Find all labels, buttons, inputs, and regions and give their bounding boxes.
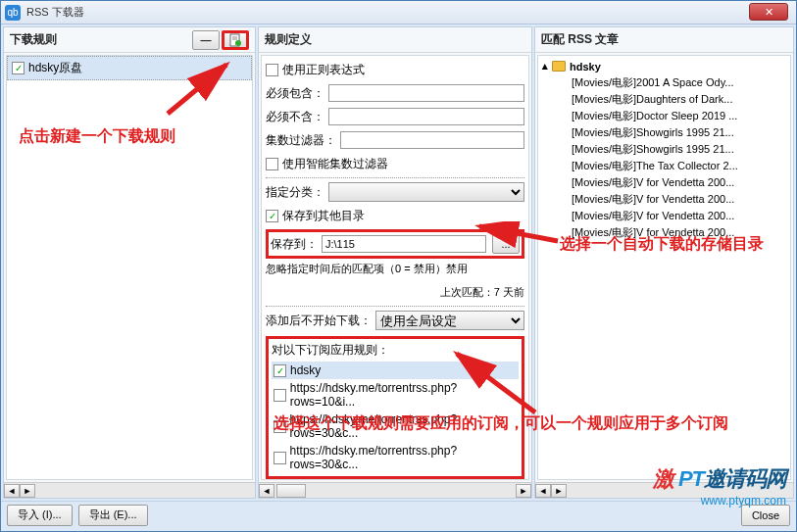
rule-item-label: hdsky原盘 [28, 60, 82, 76]
new-rule-button[interactable] [222, 30, 249, 50]
tree-root-label: hdsky [570, 61, 601, 73]
svg-point-3 [235, 40, 241, 46]
scroll-right-icon[interactable]: ► [516, 484, 531, 498]
triangle-icon: ▴ [542, 60, 548, 73]
middle-panel: 规则定义 使用正则表达式 必须包含： 必须不含： 集数过滤器： 使用智能集数过滤… [258, 26, 532, 499]
scroll-left-icon[interactable]: ◄ [535, 484, 551, 498]
left-panel: 下载规则 — ✓ hdsky原盘 ◄ ► [3, 26, 256, 499]
scroll-left-icon[interactable]: ◄ [259, 484, 274, 498]
tree-item[interactable]: [Movies/电影]V for Vendetta 200... [572, 224, 786, 241]
match-tree: ▴ hdsky [Movies/电影]2001 A Space Ody... [… [537, 55, 791, 480]
left-header: 下载规则 — [4, 27, 255, 53]
tree-item[interactable]: [Movies/电影]The Tax Collector 2... [572, 158, 786, 174]
tree-root[interactable]: ▴ hdsky [542, 60, 786, 73]
app-icon: qb [5, 5, 21, 21]
watermark-suffix: 邀请码网 [704, 466, 786, 491]
import-button[interactable]: 导入 (I)... [7, 505, 73, 526]
titlebar: qb RSS 下载器 ✕ [1, 1, 796, 24]
feed-checkbox[interactable] [274, 389, 286, 402]
right-header: 匹配 RSS 文章 [535, 27, 793, 53]
left-scrollbar[interactable]: ◄ ► [4, 482, 255, 498]
save-other-checkbox[interactable]: ✓ [266, 210, 278, 222]
category-label: 指定分类： [266, 184, 324, 201]
must-not-contain-label: 必须不含： [266, 109, 324, 125]
save-to-input[interactable] [322, 235, 486, 253]
scroll-thumb[interactable] [276, 484, 306, 498]
mid-scrollbar[interactable]: ◄ ► [259, 482, 531, 498]
regex-checkbox[interactable] [266, 64, 278, 76]
episode-filter-input[interactable] [340, 131, 524, 149]
scroll-right-icon[interactable]: ► [551, 484, 567, 498]
no-start-label: 添加后不开始下载： [266, 313, 372, 329]
watermark: 激 PT邀请码网 www.ptyqm.com [653, 464, 786, 508]
tree-item[interactable]: [Movies/电影]V for Vendetta 200... [572, 191, 786, 208]
window-title: RSS 下载器 [26, 5, 84, 20]
watermark-url: www.ptyqm.com [653, 494, 786, 508]
tree-item[interactable]: [Movies/电影]Daughters of Dark... [572, 91, 786, 108]
document-plus-icon [228, 33, 242, 47]
must-not-contain-input[interactable] [328, 108, 524, 125]
smart-filter-checkbox[interactable] [266, 158, 278, 170]
feed-checkbox[interactable]: ✓ [274, 364, 286, 377]
tree-item[interactable]: [Movies/电影]V for Vendetta 200... [572, 174, 786, 191]
feed-label: https://hdsky.me/torrentrss.php?rows=30&… [290, 444, 517, 471]
feed-label: hdsky [290, 363, 321, 377]
feed-checkbox[interactable] [274, 420, 286, 433]
category-select[interactable] [328, 182, 524, 202]
episode-filter-label: 集数过滤器： [266, 132, 336, 149]
browse-button[interactable]: ... [492, 234, 520, 254]
last-match-label: 上次匹配：7 天前 [440, 285, 524, 300]
right-header-label: 匹配 RSS 文章 [541, 31, 619, 48]
no-start-select[interactable]: 使用全局设定 [375, 311, 524, 330]
tree-item[interactable]: [Movies/电影]Showgirls 1995 21... [572, 124, 786, 141]
feed-item[interactable]: ✓hdsky [272, 362, 519, 379]
folder-icon [552, 61, 566, 72]
feed-apply-box: 对以下订阅应用规则： ✓hdsky https://hdsky.me/torre… [266, 336, 524, 479]
export-button[interactable]: 导出 (E)... [78, 505, 148, 526]
tree-items: [Movies/电影]2001 A Space Ody... [Movies/电… [572, 74, 786, 241]
save-other-label: 保存到其他目录 [282, 208, 365, 224]
scroll-left-icon[interactable]: ◄ [4, 484, 20, 498]
apply-feeds-label: 对以下订阅应用规则： [272, 342, 519, 359]
rule-form: 使用正则表达式 必须包含： 必须不含： 集数过滤器： 使用智能集数过滤器 指定分… [261, 55, 529, 480]
mid-header-label: 规则定义 [265, 31, 312, 48]
delete-rule-button[interactable]: — [192, 30, 220, 50]
must-contain-label: 必须包含： [266, 85, 324, 102]
tree-item[interactable]: [Movies/电影]Showgirls 1995 21... [572, 141, 786, 158]
tree-item[interactable]: [Movies/电影]Doctor Sleep 2019 ... [572, 108, 786, 124]
scroll-right-icon[interactable]: ► [20, 484, 35, 498]
feed-item[interactable]: https://hdsky.me/torrentrss.php?rows=30&… [272, 442, 519, 473]
close-button[interactable]: ✕ [749, 3, 788, 21]
regex-label: 使用正则表达式 [282, 62, 365, 78]
right-panel: 匹配 RSS 文章 ▴ hdsky [Movies/电影]2001 A Spac… [534, 26, 794, 499]
feed-item[interactable]: https://hdsky.me/torrentrss.php?rows=30&… [272, 411, 519, 442]
ignore-label: 忽略指定时间后的匹配项（0 = 禁用）禁用 [266, 262, 468, 276]
save-to-label: 保存到： [271, 236, 318, 253]
rule-list: ✓ hdsky原盘 [6, 55, 253, 480]
rule-checkbox[interactable]: ✓ [12, 62, 25, 74]
watermark-prefix: PT [678, 466, 704, 491]
watermark-badge: 激 [653, 466, 673, 491]
left-header-label: 下载规则 [10, 31, 57, 48]
must-contain-input[interactable] [328, 84, 524, 102]
tree-item[interactable]: [Movies/电影]V for Vendetta 200... [572, 208, 786, 224]
feed-item[interactable]: https://hdsky.me/torrentrss.php?rows=10&… [272, 379, 519, 411]
mid-header: 规则定义 [259, 27, 531, 53]
feed-checkbox[interactable] [274, 452, 286, 464]
rule-item[interactable]: ✓ hdsky原盘 [7, 56, 252, 80]
feed-label: https://hdsky.me/torrentrss.php?rows=10&… [290, 381, 517, 409]
feed-label: https://hdsky.me/torrentrss.php?rows=30&… [290, 412, 517, 440]
smart-filter-label: 使用智能集数过滤器 [282, 156, 388, 172]
tree-item[interactable]: [Movies/电影]2001 A Space Ody... [572, 74, 786, 91]
